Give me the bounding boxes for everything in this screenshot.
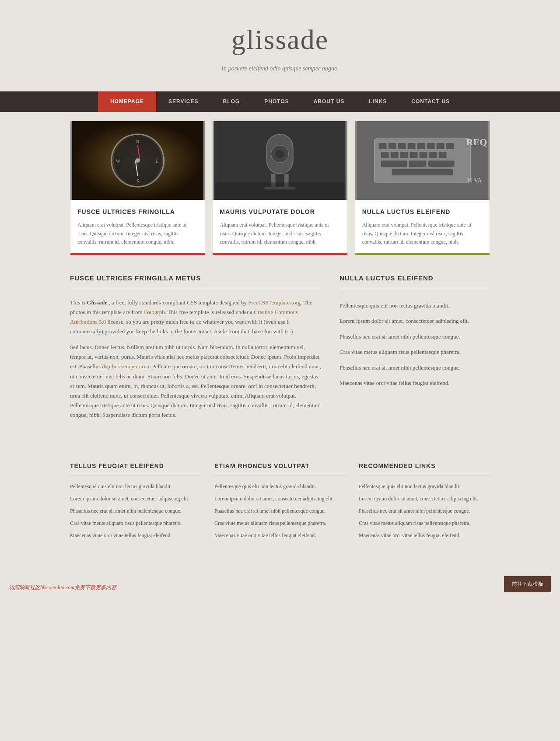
svg-rect-24 [417,143,425,149]
svg-rect-33 [429,152,437,158]
card-3-text: Aliquam erat volutpat. Pellentesque tris… [362,221,483,246]
dapibus-link[interactable]: dapibus semper urna [102,363,149,370]
card-2: MAURIS VULPUTATE DOLOR Aliquam erat volu… [212,121,347,255]
nav-services[interactable]: SERVICES [156,91,210,112]
svg-rect-32 [419,152,427,158]
svg-rect-29 [390,152,398,158]
content-wrapper: N S E W FUSCE ULTRICES FRINGILLA Aliquam… [66,112,494,579]
svg-rect-22 [398,143,406,149]
footer-col-3-item-4: Cras vitae metus aliquam risus pellentes… [359,519,490,527]
svg-rect-30 [400,152,408,158]
footer-col-1-item-4: Cras vitae metus aliquam risus pellentes… [70,519,201,527]
svg-text:30 VA: 30 VA [466,177,482,184]
nav-homepage[interactable]: HOMEPAGE [98,91,156,112]
svg-rect-27 [446,143,454,149]
svg-text:E: E [156,159,159,164]
main-left: FUSCE ULTRICES FRINGILLA METUS This is G… [70,273,322,426]
svg-rect-21 [388,143,396,149]
footer-col-2-item-4: Cras vitae metus aliquam risus pellentes… [214,519,346,527]
svg-rect-35 [381,161,407,167]
footer-col-2-item-1: Pellentesque quis elit non lectus gravid… [214,482,346,490]
card-3-content: NULLA LUCTUS ELEIFEND Aliquam erat volut… [355,200,490,246]
footer-col-3: RECOMMENDED LINKS Pellentesque quis elit… [359,461,490,544]
main-right: NULLA LUCTUS ELEIFEND Pellentesque quis … [340,273,490,426]
footer-col-1-item-1: Pellentesque quis elit non lectus gravid… [70,482,201,490]
svg-rect-25 [427,143,434,149]
card-3-image: REQ 30 VA [355,121,490,200]
svg-rect-23 [407,143,415,149]
main-left-title: FUSCE ULTRICES FRINGILLA METUS [70,273,322,289]
right-item-1: Pellentesque quis elit non lectus gravid… [340,298,490,314]
main-columns: FUSCE ULTRICES FRINGILLA METUS This is G… [70,273,490,426]
footer-col-2-item-2: Lorem ipsum dolor sit amet, consectetuer… [214,495,346,503]
nav-links[interactable]: LINKS [357,91,399,112]
svg-text:REQ: REQ [466,136,487,147]
card-1-border [70,253,205,255]
svg-rect-34 [438,152,446,158]
svg-rect-28 [381,152,388,158]
cc-link[interactable]: Creative Commons Attributions 3.0 [70,309,298,325]
svg-rect-17 [214,182,346,200]
footer-columns: TELLUS FEUGIAT ELEIFEND Pellentesque qui… [70,452,490,570]
footer-col-1-item-5: Maecenas vitae orci vitae tellus feugiat… [70,531,201,539]
footer-col-2-item-5: Maecenas vitae orci vitae tellus feugiat… [214,531,346,539]
nav-contact[interactable]: CONTACT US [399,91,462,112]
fotogrph-link[interactable]: Fotogrph [144,309,165,315]
glissade-brand: Glissade [87,299,107,306]
svg-rect-36 [409,161,426,167]
nav-about[interactable]: ABOUT US [301,91,357,112]
card-1-image: N S E W [70,121,205,200]
freecss-link[interactable]: FreeCSSTemplates.org [248,299,301,306]
right-item-6: Maecenas vitae orci vitae tellus feugiat… [340,375,490,391]
svg-point-16 [276,150,284,158]
site-title: glissade [9,17,551,62]
card-3-border [355,253,490,255]
footer-col-1-item-2: Lorem ipsum dolor sit amet, consectetuer… [70,495,201,503]
card-1-content: FUSCE ULTRICES FRINGILLA Aliquam erat vo… [70,200,205,246]
right-item-5: Phasellus nec erat sit amet nibh pellent… [340,360,490,376]
nav-blog[interactable]: BLOG [211,91,252,112]
footer-col-3-item-1: Pellentesque quis elit non lectus gravid… [359,482,490,490]
main-left-p2: Sed lacus. Donec lectus. Nullam pretium … [70,343,322,420]
bottom-bar: 访问响写社区bbs.xienlao.com免费下载更多内容 前往下载模板 [0,579,560,597]
svg-rect-31 [410,152,417,158]
svg-text:N: N [136,139,139,144]
card-1: N S E W FUSCE ULTRICES FRINGILLA Aliquam… [70,121,205,255]
footer-col-3-item-2: Lorem ipsum dolor sit amet, consectetuer… [359,495,490,503]
card-2-border [213,253,347,255]
footer-col-2-title: ETIAM RHONCUS VOLUTPAT [214,461,346,475]
footer-col-1-item-3: Phasellus nec erat sit amet nibh pellent… [70,507,201,515]
footer-col-3-title: RECOMMENDED LINKS [359,461,490,475]
cards-section: N S E W FUSCE ULTRICES FRINGILLA Aliquam… [70,121,490,255]
watermark-text: 访问响写社区bbs.xienlao.com免费下载更多内容 [9,584,116,591]
header: glissade In posuere eleifend odio quisqu… [0,0,560,83]
svg-text:S: S [136,178,139,183]
main-right-list: Pellentesque quis elit non lectus gravid… [340,298,490,391]
svg-rect-38 [392,169,453,175]
footer-col-1-title: TELLUS FEUGIAT ELEIFEND [70,461,201,475]
card-1-text: Aliquam erat volutpat. Pellentesque tris… [77,221,198,246]
main-nav: HOMEPAGE SERVICES BLOG PHOTOS ABOUT US L… [0,91,560,112]
card-2-text: Aliquam erat volutpat. Pellentesque tris… [220,221,340,246]
svg-point-9 [136,158,140,163]
svg-text:W: W [116,159,120,164]
download-button[interactable]: 前往下载模板 [504,576,551,592]
footer-col-3-item-5: Maecenas vitae orci vitae tellus feugiat… [359,531,490,539]
footer-col-1: TELLUS FEUGIAT ELEIFEND Pellentesque qui… [70,461,201,544]
main-right-title: NULLA LUCTUS ELEIFEND [340,273,490,289]
footer-col-2-item-3: Phasellus nec erat sit amet nibh pellent… [214,507,346,515]
svg-rect-20 [378,143,386,149]
footer-col-2: ETIAM RHONCUS VOLUTPAT Pellentesque quis… [214,461,346,544]
svg-rect-37 [428,161,454,167]
card-2-title: MAURIS VULPUTATE DOLOR [220,207,340,217]
card-3-title: NULLA LUCTUS ELEIFEND [362,207,483,217]
footer-col-3-item-3: Phasellus nec erat sit amet nibh pellent… [359,507,490,515]
svg-rect-26 [436,143,444,149]
nav-photos[interactable]: PHOTOS [252,91,301,112]
card-1-title: FUSCE ULTRICES FRINGILLA [77,207,198,217]
main-left-p1: This is Glissade , a free, fully standar… [70,298,322,336]
right-item-4: Cras vitae metus aliquam risus pellentes… [340,344,490,360]
card-2-content: MAURIS VULPUTATE DOLOR Aliquam erat volu… [213,200,347,246]
right-item-2: Lorem ipsum dolor sit amet, consectetuer… [340,313,490,329]
card-2-image [213,121,347,200]
